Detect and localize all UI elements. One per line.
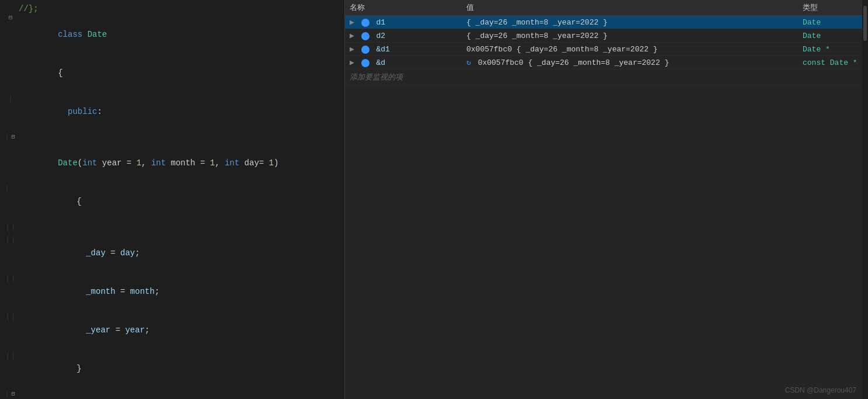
code-line: { [0, 54, 344, 92]
debug-row-value: { _day=26 _month=8 _year=2022 } [462, 16, 798, 29]
line-gutter: | [2, 182, 19, 195]
debug-row-value: 0x0057fbc0 { _day=26 _month=8 _year=2022… [462, 43, 798, 56]
refresh-icon[interactable]: ↻ [466, 58, 471, 67]
var-name: &d [376, 58, 385, 67]
code-editor: //}; ⊟ class Date { | public: [0, 0, 344, 399]
line-gutter: | | [2, 221, 19, 234]
var-name: &d1 [376, 45, 389, 54]
code-line: | ⊟ Date(const Date& d) [0, 388, 344, 399]
type-text: Date [803, 32, 821, 40]
debug-row-name: ▶ &d1 [345, 43, 462, 56]
code-line: | | [0, 221, 344, 234]
debug-row-type: Date [798, 29, 868, 43]
debug-row-ref-d1[interactable]: ▶ &d1 0x0057fbc0 { _day=26 _month=8 _yea… [345, 43, 868, 56]
expand-icon[interactable]: ▶ [350, 31, 354, 40]
line-gutter: | | [2, 272, 19, 285]
debug-row-type: Date [798, 16, 868, 29]
line-gutter: | ⊟ [2, 131, 19, 144]
line-text: { [19, 182, 342, 221]
line-gutter: | | [2, 234, 19, 247]
value-text: 0x0057fbc0 { _day=26 _month=8 _year=2022… [466, 45, 658, 54]
line-text: public: [19, 92, 342, 131]
watermark-text: CSDN @Dangerou407 [785, 386, 856, 394]
column-header-type: 类型 [798, 0, 868, 16]
var-name: d2 [376, 32, 385, 40]
line-gutter: ⊟ [2, 15, 19, 21]
expand-icon[interactable]: ▶ [350, 44, 354, 54]
debug-row-ref-d[interactable]: ▶ &d ↻ 0x0057fbc0 { _day=26 _month=8 _ye… [345, 56, 868, 70]
debug-row-type: Date * [798, 43, 868, 56]
debug-row-type: const Date * [798, 56, 868, 70]
line-text: } [19, 349, 342, 388]
type-text: Date [803, 18, 821, 27]
value-text: { _day=26 _month=8 _year=2022 } [466, 18, 608, 27]
type-text: const Date * [803, 58, 857, 67]
expand-icon[interactable]: ⊟ [8, 15, 13, 21]
line-text: _year = year; [19, 311, 342, 349]
value-text: 0x0057fbc0 { _day=26 _month=8 _year=2022… [478, 58, 670, 67]
code-content: //}; ⊟ class Date { | public: [0, 0, 344, 399]
line-gutter: | ⊟ [2, 388, 19, 399]
code-line: | public: [0, 92, 344, 131]
code-line: | | _day = day; [0, 234, 344, 272]
line-text: _month = month; [19, 272, 342, 311]
expand-icon[interactable]: ▶ [350, 18, 354, 27]
debug-row-value: ↻ 0x0057fbc0 { _day=26 _month=8 _year=20… [462, 56, 798, 70]
value-text: { _day=26 _month=8 _year=2022 } [466, 32, 608, 40]
line-text [19, 221, 342, 234]
line-text: Date(int year = 1, int month = 1, int da… [19, 131, 342, 182]
line-text: _day = day; [19, 234, 342, 272]
debug-row-d2[interactable]: ▶ d2 { _day=26 _month=8 _year=2022 } Dat… [345, 29, 868, 43]
column-header-value: 值 [462, 0, 798, 16]
var-name: d1 [376, 18, 385, 27]
expand-icon[interactable]: ⊟ [11, 391, 16, 397]
debug-row-name: ▶ d2 [345, 29, 462, 43]
scrollbar[interactable] [862, 0, 868, 399]
debug-panel: 名称 值 类型 ▶ d1 { _day=26 _month=8 _year=20… [344, 0, 868, 399]
line-gutter: | [2, 92, 19, 105]
debug-row-name: ▶ d1 [345, 16, 462, 29]
line-gutter: | | [2, 349, 19, 362]
debug-container: 名称 值 类型 ▶ d1 { _day=26 _month=8 _year=20… [345, 0, 868, 399]
debug-row-name: ▶ &d [345, 56, 462, 70]
code-line: //}; [0, 2, 344, 15]
scroll-thumb[interactable] [863, 6, 867, 41]
line-gutter: | | [2, 311, 19, 324]
line-text: class Date [19, 15, 342, 54]
type-text: Date * [803, 45, 830, 54]
line-text: { [19, 54, 342, 92]
debug-row-value: { _day=26 _month=8 _year=2022 } [462, 29, 798, 43]
code-line: | | _month = month; [0, 272, 344, 311]
add-watch-row[interactable]: 添加要监视的项 [345, 70, 868, 85]
line-text: Date(const Date& d) [19, 388, 342, 399]
code-line: | | _year = year; [0, 311, 344, 349]
code-line: | | } [0, 349, 344, 388]
column-header-name: 名称 [345, 0, 462, 16]
expand-icon[interactable]: ▶ [350, 58, 354, 67]
add-watch-label[interactable]: 添加要监视的项 [345, 70, 868, 85]
debug-table: 名称 值 类型 ▶ d1 { _day=26 _month=8 _year=20… [345, 0, 868, 85]
code-line: | { [0, 182, 344, 221]
code-line: | ⊟ Date(int year = 1, int month = 1, in… [0, 131, 344, 182]
debug-row-d1[interactable]: ▶ d1 { _day=26 _month=8 _year=2022 } Dat… [345, 16, 868, 29]
line-text: //}; [19, 2, 342, 15]
code-line: ⊟ class Date [0, 15, 344, 54]
expand-icon[interactable]: ⊟ [11, 134, 16, 140]
